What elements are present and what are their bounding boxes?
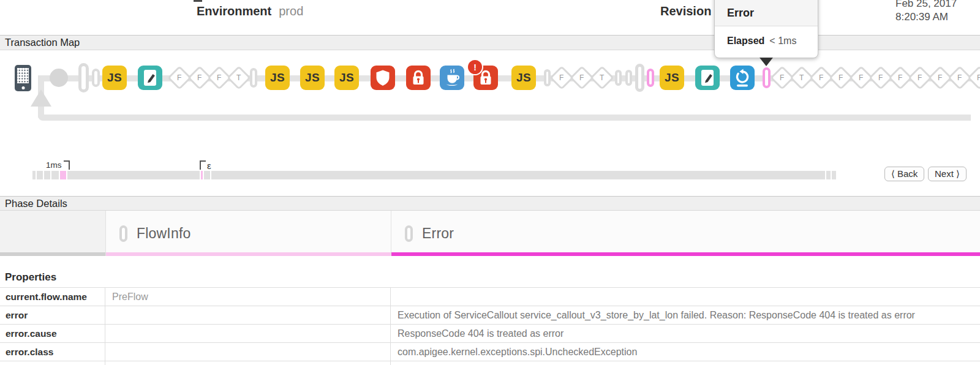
properties-table: current.flow.namePreFlowerrorExecution o… (0, 287, 980, 365)
timeline-segment[interactable] (826, 171, 831, 179)
flow-start-dot[interactable] (50, 69, 68, 87)
timeline-segment[interactable] (204, 171, 210, 179)
properties-title: Properties (5, 271, 56, 284)
edit-policy-icon[interactable] (695, 66, 720, 90)
spacer-underline (0, 252, 105, 256)
property-row: error.causeResponseCode 404 is treated a… (0, 325, 980, 343)
timeline-segment[interactable] (44, 171, 50, 179)
timeline-epsilon-label: ε (207, 160, 211, 171)
condition-letter: F (839, 73, 843, 82)
condition-diamond[interactable]: T (227, 66, 251, 90)
javascript-policy-icon[interactable]: JS (660, 66, 684, 90)
property-row: current.flow.namePreFlow (0, 288, 980, 306)
timeline-segment[interactable] (32, 171, 36, 179)
condition-diamond[interactable]: F (967, 66, 980, 90)
java-policy-icon[interactable] (440, 66, 464, 90)
loop-arrow-policy-icon[interactable] (730, 66, 755, 90)
edit-policy-icon[interactable] (138, 66, 162, 90)
property-row: error.classcom.apigee.kernel.exceptions.… (0, 343, 980, 361)
javascript-policy-icon[interactable]: JS (102, 66, 127, 90)
phone-home-button (21, 86, 24, 89)
tab-label: FlowInfo (137, 225, 191, 242)
property-value-error (391, 361, 980, 365)
phone-screen (17, 68, 29, 83)
flow-step-capsule[interactable] (625, 70, 632, 86)
condition-letter: T (236, 73, 241, 82)
condition-letter: F (559, 73, 564, 82)
phase-capsule-icon (119, 225, 127, 242)
tooltip-title: Error (715, 0, 818, 26)
condition-letter: F (780, 73, 784, 82)
javascript-policy-icon[interactable]: JS (334, 66, 359, 90)
flow-step-capsule[interactable] (615, 70, 622, 86)
shield-policy-icon[interactable] (371, 66, 395, 90)
condition-letter: F (177, 73, 181, 82)
property-value-error (391, 288, 980, 306)
property-value-request (105, 306, 391, 324)
tab-underline (391, 252, 980, 256)
property-row: errorExecution of ServiceCallout service… (0, 306, 980, 325)
property-name: current.flow.name (0, 288, 105, 306)
flow-step-capsule[interactable] (250, 68, 257, 88)
timeline-segment[interactable] (67, 171, 200, 179)
response-arrow-icon (31, 89, 51, 107)
lock-error-policy-icon[interactable]: ! (473, 66, 498, 90)
condition-letter: F (957, 73, 962, 82)
javascript-policy-icon[interactable]: JS (511, 66, 536, 90)
property-name (0, 361, 105, 365)
transaction-map-canvas: JSFFFTJSJSJS!JSFFTJSFTFFFFFFFFF (0, 50, 980, 154)
timeline-segment[interactable] (211, 171, 825, 179)
step-tooltip: Error Elapsed< 1ms (714, 0, 818, 58)
client-device-icon[interactable] (15, 65, 31, 91)
tab-label: Error (422, 225, 454, 242)
timeline-segment-selected[interactable] (201, 171, 203, 179)
property-name: error.class (0, 343, 105, 361)
javascript-policy-icon[interactable]: JS (265, 66, 290, 90)
flow-step-capsule[interactable] (647, 69, 654, 87)
tab-flowinfo[interactable]: FlowInfo (105, 211, 391, 256)
trace-page: Environmentprod Revision Feb 25, 2017 8:… (0, 0, 980, 365)
tooltip-elapsed-value: < 1ms (769, 36, 796, 46)
bracket-left-icon (200, 160, 206, 170)
timeline-segment-selected[interactable] (60, 171, 66, 179)
timeline-bar[interactable] (32, 171, 836, 179)
condition-diamond[interactable]: T (590, 66, 614, 90)
phase-details-header: Phase Details (0, 196, 980, 211)
environment-value: prod (279, 4, 303, 18)
flow-step-capsule[interactable] (92, 69, 100, 87)
condition-letter: F (918, 73, 922, 82)
timeline-segment[interactable] (832, 171, 836, 179)
property-row (0, 361, 980, 365)
timeline-segment[interactable] (51, 171, 59, 179)
flow-step-capsule[interactable] (635, 64, 644, 92)
timestamp-time: 8:20:39 AM (895, 10, 957, 24)
property-name: error.cause (0, 325, 105, 342)
environment-field: Environmentprod (197, 4, 303, 18)
timestamp-date: Feb 25, 2017 (895, 0, 957, 10)
back-button[interactable]: ⟨ Back (884, 167, 924, 181)
property-value-request (105, 361, 391, 365)
tab-underline (106, 252, 391, 256)
property-value-error: Execution of ServiceCallout service_call… (391, 306, 980, 324)
condition-letter: F (878, 73, 883, 82)
tooltip-elapsed: Elapsed< 1ms (715, 26, 818, 58)
javascript-policy-icon[interactable]: JS (300, 66, 325, 90)
phase-tabs-spacer (0, 211, 105, 256)
property-value-error: ResponseCode 404 is treated as error (391, 325, 980, 342)
next-button[interactable]: Next ⟩ (928, 167, 967, 181)
revision-label: Revision (660, 4, 711, 18)
flow-step-capsule[interactable] (78, 63, 89, 92)
condition-letter: T (799, 73, 804, 82)
selected-step-capsule[interactable] (763, 67, 771, 88)
condition-letter: F (859, 73, 863, 82)
condition-letter: F (197, 73, 202, 82)
flow-step-capsule[interactable] (544, 69, 551, 86)
condition-letter: F (977, 73, 980, 82)
response-flow-line (38, 115, 971, 121)
bracket-right-icon (64, 160, 70, 170)
property-value-request: PreFlow (105, 288, 391, 306)
lock-policy-icon[interactable] (406, 66, 431, 90)
tab-error[interactable]: Error (391, 211, 980, 256)
tooltip-elapsed-label: Elapsed (727, 36, 764, 46)
timeline-segment[interactable] (37, 171, 43, 179)
